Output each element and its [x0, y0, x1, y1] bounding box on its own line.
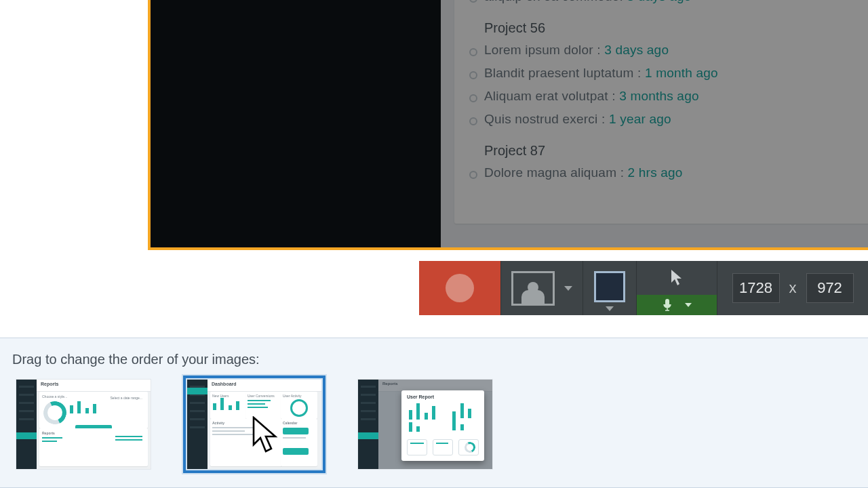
chevron-down-icon — [685, 303, 692, 307]
activity-text: Lorem ipsum dolor : — [484, 43, 601, 57]
activity-text: Aliquam erat volutpat : — [484, 89, 616, 103]
capture-preview: Consectetuer adipiscing elit : 4 hrs ago… — [148, 0, 868, 250]
dimensions-cell: x — [717, 261, 868, 315]
dashboard-sidebar — [282, 0, 441, 250]
activity-ago: 3 months ago — [619, 89, 699, 103]
thumbnail-instruction: Drag to change the order of your images: — [0, 338, 868, 380]
cursor-icon — [671, 269, 683, 287]
dimension-x-label: x — [789, 279, 797, 297]
activity-ago: 2 hrs ago — [628, 165, 683, 180]
bullet-icon — [469, 94, 477, 102]
bullet-icon — [469, 117, 477, 125]
cursor-and-mic-cell — [636, 261, 717, 315]
activity-panel: Consectetuer adipiscing elit : 4 hrs ago… — [454, 0, 868, 224]
record-icon — [446, 274, 474, 302]
project-heading: Project 56 — [484, 20, 868, 36]
project-heading: Project 87 — [484, 143, 868, 159]
thumbnail-title: User Report — [401, 390, 484, 403]
activity-text: Quis nostrud exerci : — [484, 112, 605, 126]
thumbnail-strip: Drag to change the order of your images:… — [0, 338, 868, 488]
activity-item: Lorem ipsum dolor : 3 days ago — [484, 39, 868, 62]
bullet-icon — [469, 0, 477, 3]
chevron-down-icon — [564, 286, 572, 291]
thumbnail-row: Reports Choose a style... Select a date … — [0, 380, 868, 469]
thumbnail-user-report[interactable]: Reports User Report — [358, 380, 492, 469]
capture-height-input[interactable] — [806, 273, 854, 303]
activity-item: Dolore magna aliquam : 2 hrs ago — [484, 161, 868, 184]
recording-toolbar: x — [419, 261, 868, 315]
activity-text: Dolore magna aliquam : — [484, 165, 624, 180]
activity-text: aliquip ex ea commodo: — [484, 0, 623, 3]
microphone-toggle[interactable] — [637, 295, 717, 315]
microphone-icon — [662, 298, 673, 312]
activity-item: Blandit praesent luptatum : 1 month ago — [484, 62, 868, 85]
bullet-icon — [469, 71, 477, 79]
svg-marker-0 — [671, 270, 682, 285]
webcam-toggle[interactable] — [500, 261, 583, 315]
activity-ago: 1 month ago — [645, 66, 718, 80]
chevron-down-icon — [606, 306, 614, 311]
activity-text: Blandit praesent luptatum : — [484, 66, 641, 80]
bullet-icon — [469, 48, 477, 56]
record-button[interactable] — [419, 261, 500, 315]
activity-item: Quis nostrud exerci : 1 year ago — [484, 108, 868, 131]
bullet-icon — [469, 171, 477, 179]
thumbnail-title: Reports — [37, 380, 151, 392]
activity-ago: 3 days ago — [604, 43, 669, 57]
cursor-toggle[interactable] — [637, 261, 717, 295]
activity-item: Aliquam erat volutpat : 3 months ago — [484, 85, 868, 108]
webcam-icon — [511, 271, 555, 306]
thumbnail-reports[interactable]: Reports Choose a style... Select a date … — [16, 380, 151, 469]
activity-item: aliquip ex ea commodo: 3 days ago — [484, 0, 868, 8]
capture-area-icon — [594, 271, 625, 302]
capture-area-toggle[interactable] — [583, 261, 636, 315]
captured-dashboard: Consectetuer adipiscing elit : 4 hrs ago… — [282, 0, 868, 250]
capture-width-input[interactable] — [732, 273, 780, 303]
activity-ago: 1 year ago — [609, 112, 671, 126]
thumbnail-dashboard[interactable]: Dashboard New Users User Conversions Us — [187, 380, 321, 469]
activity-ago: 3 days ago — [627, 0, 692, 3]
thumbnail-title: Dashboard — [208, 380, 321, 392]
